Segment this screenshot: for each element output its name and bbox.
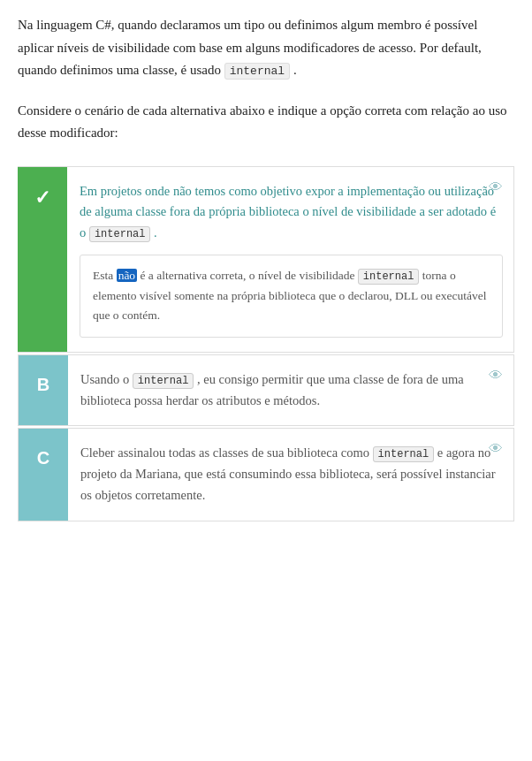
feedback-code: internal (358, 269, 420, 285)
option-c-code: internal (373, 446, 435, 462)
option-b-content: 👁 Usando o internal , eu consigo permiti… (68, 355, 513, 426)
intro-text-after: . (293, 63, 297, 77)
option-b-marker: B (19, 355, 68, 426)
feedback-middle: é a alternativa correta, o nível de visi… (137, 269, 358, 282)
option-c-text-before: Cleber assinalou todas as classes de sua… (80, 445, 373, 460)
option-c-label: C (37, 448, 49, 468)
feedback-box-a: Esta não é a alternativa correta, o níve… (80, 255, 503, 337)
option-a: ✓ 👁 Em projetos onde não temos como obje… (18, 166, 514, 353)
option-a-code: internal (89, 226, 151, 242)
option-a-marker: ✓ (18, 167, 67, 352)
intro-paragraph: Na linguagem C#, quando declaramos um ti… (18, 14, 514, 82)
options-list: ✓ 👁 Em projetos onde não temos como obje… (18, 166, 514, 524)
eye-icon-b[interactable]: 👁 (489, 368, 503, 384)
option-b-text-before: Usando o (80, 372, 133, 386)
feedback-prefix: Esta (93, 269, 117, 282)
option-a-text: Em projetos onde não temos como objetivo… (80, 181, 503, 245)
option-b-code: internal (133, 373, 194, 389)
option-c-content: 👁 Cleber assinalou todas as classes de s… (68, 429, 513, 521)
option-b-text: Usando o internal , eu consigo permitir … (80, 369, 503, 412)
option-b-label: B (37, 375, 49, 395)
checkmark-icon: ✓ (34, 186, 50, 209)
intro-code-internal: internal (224, 63, 290, 80)
option-a-text-after: . (150, 225, 156, 240)
question-text: Considere o cenário de cada alternativa … (18, 100, 514, 145)
option-b: B 👁 Usando o internal , eu consigo permi… (18, 354, 514, 427)
option-a-content: 👁 Em projetos onde não temos como objeti… (67, 167, 513, 352)
feedback-highlight: não (117, 269, 138, 282)
eye-icon-c[interactable]: 👁 (489, 441, 503, 457)
option-c-marker: C (19, 429, 68, 521)
eye-icon-a[interactable]: 👁 (489, 179, 503, 195)
option-c-text: Cleber assinalou todas as classes de sua… (80, 443, 503, 506)
option-c: C 👁 Cleber assinalou todas as classes de… (18, 428, 514, 521)
